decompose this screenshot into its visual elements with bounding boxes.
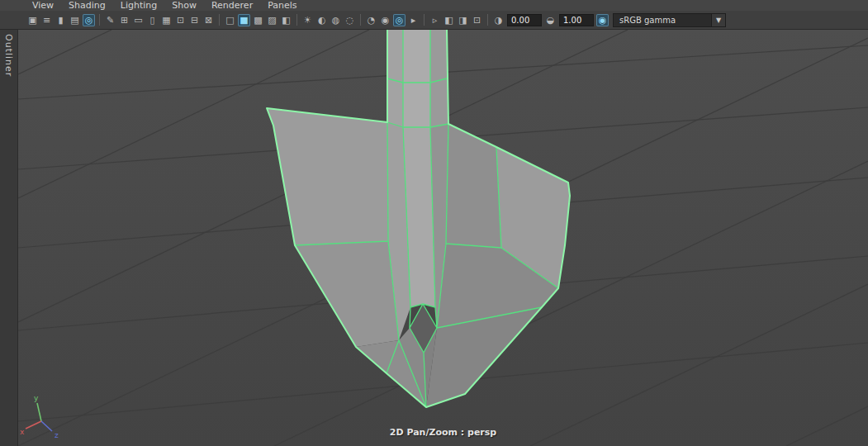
menu-item-panels[interactable]: Panels xyxy=(260,1,304,11)
view-transform-dropdown-arrow[interactable]: ▼ xyxy=(712,13,726,27)
gamma-field[interactable] xyxy=(559,14,594,26)
use-default-material-icon[interactable]: ◧ xyxy=(280,14,292,26)
field-chart-icon[interactable]: ⊡ xyxy=(174,14,187,26)
pane-maximize-icon[interactable]: ⊡ xyxy=(471,14,483,26)
color-management-icon[interactable]: ◉ xyxy=(596,14,609,26)
view-transform-value: sRGB gamma xyxy=(619,16,676,25)
select-arrow-icon[interactable]: ▸ xyxy=(407,14,420,26)
toolbar-separator xyxy=(360,14,361,26)
axis-z-label: z xyxy=(55,431,59,439)
panel-toolbar: ▣≡▮▤◎✎⊞▭▯▦⊡⊟⊠□■▩▨◧☀◐◍◌◔◉◎▸▹◧◨⊡ ◑ ◒ ◉ sRG… xyxy=(0,11,868,30)
viewport-scene[interactable]: y x z xyxy=(18,30,868,446)
outliner-panel-label: Outliner xyxy=(3,34,14,77)
toolbar-separator xyxy=(424,14,425,26)
safe-action-icon[interactable]: ⊟ xyxy=(188,14,201,26)
camera-attributes-icon[interactable]: ≡ xyxy=(40,14,53,26)
toolbar-separator xyxy=(487,14,488,26)
viewport-canvas[interactable]: y x z 2D Pan/Zoom : persp xyxy=(18,30,868,446)
gamma-toggle-icon[interactable]: ◒ xyxy=(544,14,557,26)
camera-bookmark-icon[interactable]: ▮ xyxy=(55,14,67,26)
wireframe-icon[interactable]: □ xyxy=(224,14,236,26)
chevron-down-icon: ▼ xyxy=(716,17,721,24)
wireframe-on-shaded-icon[interactable]: ▩ xyxy=(252,14,264,26)
image-plane-icon[interactable]: ▤ xyxy=(69,14,81,26)
pane-split-right-icon[interactable]: ◨ xyxy=(457,14,469,26)
view-transform-dropdown[interactable]: sRGB gamma xyxy=(613,13,712,27)
menubar-items: ViewShadingLightingShowRendererPanels xyxy=(25,1,305,11)
viewport-hud-label: 2D Pan/Zoom : persp xyxy=(390,427,496,438)
low-quality-display-icon[interactable]: ◔ xyxy=(365,14,377,26)
outliner-panel-strip[interactable]: Outliner xyxy=(0,30,18,446)
panel-menubar: ViewShadingLightingShowRendererPanels xyxy=(0,0,868,11)
smooth-shaded-icon[interactable]: ■ xyxy=(238,14,250,26)
exposure-field[interactable] xyxy=(507,14,542,26)
menu-item-show[interactable]: Show xyxy=(164,1,204,11)
select-camera-icon[interactable]: ▣ xyxy=(26,14,39,26)
toolbar-icons: ▣≡▮▤◎✎⊞▭▯▦⊡⊟⊠□■▩▨◧☀◐◍◌◔◉◎▸▹◧◨⊡ xyxy=(26,14,484,26)
two-d-pan-mode-icon[interactable]: ◉ xyxy=(379,14,391,26)
toolbar-separator xyxy=(99,14,100,26)
axis-x-label: x xyxy=(20,428,25,436)
two-d-zoom-mode-icon[interactable]: ◎ xyxy=(393,14,406,26)
axis-y-label: y xyxy=(34,394,39,402)
menu-item-renderer[interactable]: Renderer xyxy=(204,1,260,11)
shadows-icon[interactable]: ◐ xyxy=(315,14,328,26)
lasso-arrow-icon[interactable]: ▹ xyxy=(429,14,441,26)
gate-mask-icon[interactable]: ▦ xyxy=(160,14,173,26)
maya-persp-panel: ViewShadingLightingShowRendererPanels ▣≡… xyxy=(0,0,868,446)
screen-space-ao-icon[interactable]: ◍ xyxy=(330,14,342,26)
safe-title-icon[interactable]: ⊠ xyxy=(202,14,215,26)
grid-icon[interactable]: ⊞ xyxy=(118,14,130,26)
textured-icon[interactable]: ▨ xyxy=(266,14,278,26)
resolution-gate-icon[interactable]: ▯ xyxy=(146,14,159,26)
menu-item-view[interactable]: View xyxy=(25,1,61,11)
grease-pencil-icon[interactable]: ✎ xyxy=(104,14,116,26)
toolbar-separator xyxy=(296,14,297,26)
two-d-pan-zoom-icon[interactable]: ◎ xyxy=(83,14,95,26)
pane-split-left-icon[interactable]: ◧ xyxy=(443,14,455,26)
toolbar-separator xyxy=(219,14,220,26)
motion-blur-icon[interactable]: ◌ xyxy=(344,14,356,26)
film-gate-icon[interactable]: ▭ xyxy=(132,14,145,26)
lighting-icon[interactable]: ☀ xyxy=(301,14,314,26)
menu-item-shading[interactable]: Shading xyxy=(61,1,113,11)
exposure-toggle-icon[interactable]: ◑ xyxy=(492,14,505,26)
menu-item-lighting[interactable]: Lighting xyxy=(113,1,164,11)
